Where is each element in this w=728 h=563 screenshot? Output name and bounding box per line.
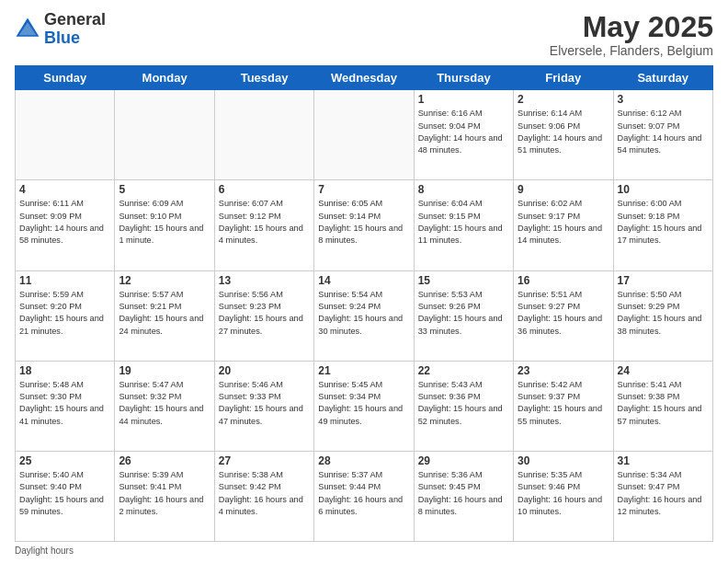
calendar-cell: 13Sunrise: 5:56 AM Sunset: 9:23 PM Dayli… (214, 270, 313, 361)
day-info: Sunrise: 6:00 AM Sunset: 9:18 PM Dayligh… (618, 198, 709, 247)
calendar-cell: 12Sunrise: 5:57 AM Sunset: 9:21 PM Dayli… (115, 270, 214, 361)
day-number: 16 (518, 274, 609, 287)
day-info: Sunrise: 6:07 AM Sunset: 9:12 PM Dayligh… (219, 198, 310, 247)
day-number: 19 (119, 364, 210, 377)
day-number: 26 (119, 454, 210, 467)
calendar-week-row: 18Sunrise: 5:48 AM Sunset: 9:30 PM Dayli… (16, 361, 713, 451)
day-info: Sunrise: 5:57 AM Sunset: 9:21 PM Dayligh… (119, 289, 210, 338)
calendar-cell (214, 90, 313, 180)
logo-blue-text: Blue (44, 29, 80, 47)
day-number: 14 (318, 274, 409, 287)
day-of-week-header: Monday (115, 66, 214, 90)
day-number: 25 (19, 454, 110, 467)
day-number: 3 (618, 93, 709, 106)
day-info: Sunrise: 6:09 AM Sunset: 9:10 PM Dayligh… (119, 198, 210, 247)
daylight-label: Daylight hours (15, 546, 74, 556)
day-number: 18 (19, 364, 110, 377)
day-info: Sunrise: 5:34 AM Sunset: 9:47 PM Dayligh… (618, 469, 709, 518)
day-info: Sunrise: 5:39 AM Sunset: 9:41 PM Dayligh… (119, 469, 210, 518)
calendar-cell (16, 90, 115, 180)
day-info: Sunrise: 5:46 AM Sunset: 9:33 PM Dayligh… (219, 379, 310, 428)
day-number: 23 (518, 364, 609, 377)
day-of-week-header: Tuesday (214, 66, 313, 90)
page: General Blue May 2025 Elversele, Flander… (0, 0, 728, 563)
logo-general-text: General (44, 10, 106, 29)
calendar-cell: 5Sunrise: 6:09 AM Sunset: 9:10 PM Daylig… (115, 180, 214, 270)
calendar-cell: 30Sunrise: 5:35 AM Sunset: 9:46 PM Dayli… (514, 451, 613, 541)
day-info: Sunrise: 5:45 AM Sunset: 9:34 PM Dayligh… (318, 379, 409, 428)
day-info: Sunrise: 5:53 AM Sunset: 9:26 PM Dayligh… (418, 289, 509, 338)
day-number: 30 (518, 454, 609, 467)
calendar-week-row: 4Sunrise: 6:11 AM Sunset: 9:09 PM Daylig… (16, 180, 713, 270)
calendar-cell: 29Sunrise: 5:36 AM Sunset: 9:45 PM Dayli… (414, 451, 513, 541)
day-number: 5 (119, 183, 210, 196)
day-number: 7 (318, 183, 409, 196)
day-number: 9 (518, 183, 609, 196)
calendar-cell: 21Sunrise: 5:45 AM Sunset: 9:34 PM Dayli… (314, 361, 414, 451)
day-of-week-header: Thursday (414, 66, 513, 90)
day-number: 15 (418, 274, 509, 287)
day-info: Sunrise: 6:02 AM Sunset: 9:17 PM Dayligh… (518, 198, 609, 247)
calendar-cell: 9Sunrise: 6:02 AM Sunset: 9:17 PM Daylig… (514, 180, 613, 270)
day-of-week-header: Wednesday (314, 66, 414, 90)
day-info: Sunrise: 5:43 AM Sunset: 9:36 PM Dayligh… (418, 379, 509, 428)
logo-icon (15, 17, 40, 42)
day-number: 17 (618, 274, 709, 287)
day-info: Sunrise: 5:38 AM Sunset: 9:42 PM Dayligh… (219, 469, 310, 518)
day-of-week-header: Friday (514, 66, 613, 90)
day-number: 8 (418, 183, 509, 196)
calendar-cell: 15Sunrise: 5:53 AM Sunset: 9:26 PM Dayli… (414, 270, 513, 361)
day-number: 27 (219, 454, 310, 467)
day-info: Sunrise: 6:14 AM Sunset: 9:06 PM Dayligh… (518, 108, 609, 156)
calendar-header-row: SundayMondayTuesdayWednesdayThursdayFrid… (16, 66, 713, 90)
day-number: 31 (618, 454, 709, 467)
location: Elversele, Flanders, Belgium (550, 43, 713, 58)
calendar-cell: 11Sunrise: 5:59 AM Sunset: 9:20 PM Dayli… (16, 270, 115, 361)
logo: General Blue (15, 11, 106, 48)
day-number: 2 (518, 93, 609, 106)
day-number: 10 (618, 183, 709, 196)
day-info: Sunrise: 6:11 AM Sunset: 9:09 PM Dayligh… (19, 198, 110, 247)
day-number: 12 (119, 274, 210, 287)
day-info: Sunrise: 5:37 AM Sunset: 9:44 PM Dayligh… (318, 469, 409, 518)
calendar-week-row: 25Sunrise: 5:40 AM Sunset: 9:40 PM Dayli… (16, 451, 713, 541)
day-info: Sunrise: 5:56 AM Sunset: 9:23 PM Dayligh… (219, 289, 310, 338)
day-info: Sunrise: 6:05 AM Sunset: 9:14 PM Dayligh… (318, 198, 409, 247)
day-info: Sunrise: 6:12 AM Sunset: 9:07 PM Dayligh… (618, 108, 709, 156)
day-info: Sunrise: 5:51 AM Sunset: 9:27 PM Dayligh… (518, 289, 609, 338)
day-info: Sunrise: 6:04 AM Sunset: 9:15 PM Dayligh… (418, 198, 509, 247)
calendar-cell: 10Sunrise: 6:00 AM Sunset: 9:18 PM Dayli… (613, 180, 712, 270)
day-number: 29 (418, 454, 509, 467)
title-block: May 2025 Elversele, Flanders, Belgium (550, 11, 713, 58)
calendar-cell: 26Sunrise: 5:39 AM Sunset: 9:41 PM Dayli… (115, 451, 214, 541)
calendar-cell: 20Sunrise: 5:46 AM Sunset: 9:33 PM Dayli… (214, 361, 313, 451)
day-of-week-header: Sunday (16, 66, 115, 90)
day-info: Sunrise: 5:41 AM Sunset: 9:38 PM Dayligh… (618, 379, 709, 428)
calendar-cell: 23Sunrise: 5:42 AM Sunset: 9:37 PM Dayli… (514, 361, 613, 451)
calendar-cell: 22Sunrise: 5:43 AM Sunset: 9:36 PM Dayli… (414, 361, 513, 451)
calendar-cell: 25Sunrise: 5:40 AM Sunset: 9:40 PM Dayli… (16, 451, 115, 541)
day-number: 6 (219, 183, 310, 196)
calendar-cell: 8Sunrise: 6:04 AM Sunset: 9:15 PM Daylig… (414, 180, 513, 270)
day-number: 1 (418, 93, 509, 106)
footer: Daylight hours (15, 546, 713, 556)
calendar-week-row: 1Sunrise: 6:16 AM Sunset: 9:04 PM Daylig… (16, 90, 713, 180)
day-info: Sunrise: 5:54 AM Sunset: 9:24 PM Dayligh… (318, 289, 409, 338)
day-info: Sunrise: 5:42 AM Sunset: 9:37 PM Dayligh… (518, 379, 609, 428)
day-number: 4 (19, 183, 110, 196)
calendar-cell: 16Sunrise: 5:51 AM Sunset: 9:27 PM Dayli… (514, 270, 613, 361)
day-info: Sunrise: 5:59 AM Sunset: 9:20 PM Dayligh… (19, 289, 110, 338)
day-info: Sunrise: 5:40 AM Sunset: 9:40 PM Dayligh… (19, 469, 110, 518)
day-info: Sunrise: 5:50 AM Sunset: 9:29 PM Dayligh… (618, 289, 709, 338)
calendar-cell: 27Sunrise: 5:38 AM Sunset: 9:42 PM Dayli… (214, 451, 313, 541)
calendar-cell: 2Sunrise: 6:14 AM Sunset: 9:06 PM Daylig… (514, 90, 613, 180)
day-number: 13 (219, 274, 310, 287)
calendar-cell: 1Sunrise: 6:16 AM Sunset: 9:04 PM Daylig… (414, 90, 513, 180)
header: General Blue May 2025 Elversele, Flander… (15, 11, 713, 58)
day-number: 28 (318, 454, 409, 467)
calendar-cell: 24Sunrise: 5:41 AM Sunset: 9:38 PM Dayli… (613, 361, 712, 451)
calendar-cell (314, 90, 414, 180)
day-number: 21 (318, 364, 409, 377)
logo-text: General Blue (44, 11, 106, 48)
calendar-cell: 31Sunrise: 5:34 AM Sunset: 9:47 PM Dayli… (613, 451, 712, 541)
